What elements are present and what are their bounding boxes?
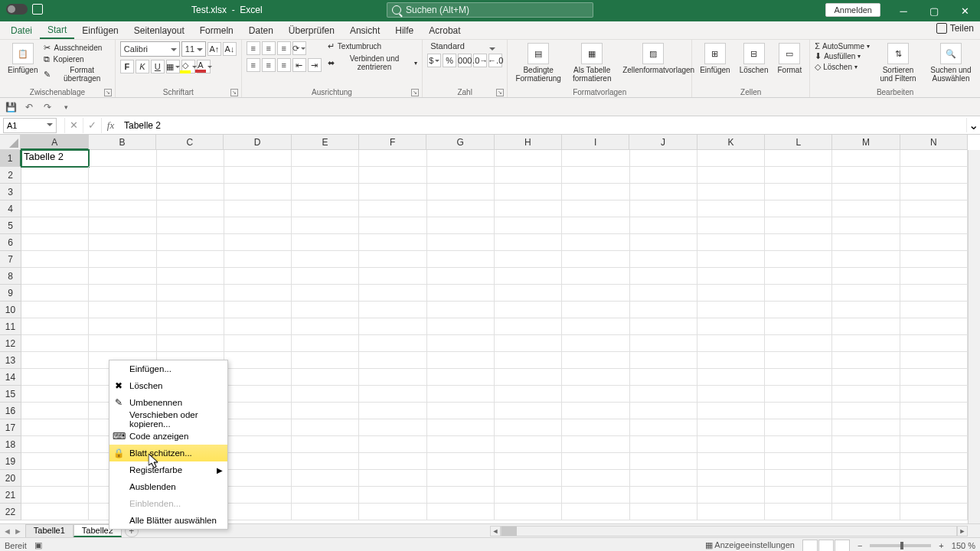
cell-L9[interactable]	[765, 285, 832, 302]
cell-K10[interactable]	[697, 302, 765, 318]
cell-F12[interactable]	[359, 335, 426, 352]
cell-C2[interactable]	[157, 167, 224, 184]
cell-K20[interactable]	[697, 470, 765, 487]
column-header-E[interactable]: E	[292, 135, 359, 150]
font-size-combo[interactable]: 11	[181, 41, 206, 57]
align-center-button[interactable]: ≡	[262, 58, 276, 72]
cell-B8[interactable]	[89, 268, 156, 285]
tab-help[interactable]: Hilfe	[387, 21, 421, 39]
cell-N9[interactable]	[900, 285, 968, 302]
cell-H20[interactable]	[495, 470, 562, 487]
conditional-formatting-button[interactable]: ▤Bedingte Formatierung	[512, 41, 564, 84]
cell-G14[interactable]	[427, 369, 495, 386]
italic-button[interactable]: K	[136, 60, 149, 73]
cell-N2[interactable]	[900, 167, 968, 184]
cell-N21[interactable]	[900, 487, 968, 504]
cell-K13[interactable]	[697, 352, 765, 369]
cell-N17[interactable]	[900, 419, 968, 436]
cell-J2[interactable]	[630, 167, 697, 184]
cell-M18[interactable]	[832, 436, 900, 453]
cell-N15[interactable]	[900, 386, 968, 403]
cell-N6[interactable]	[900, 234, 968, 251]
autosum-button[interactable]: ΣAutoSumme▾	[815, 41, 870, 51]
column-header-L[interactable]: L	[765, 135, 832, 150]
cell-J4[interactable]	[630, 201, 697, 217]
column-header-H[interactable]: H	[495, 135, 562, 150]
cell-K22[interactable]	[697, 504, 765, 520]
cell-H4[interactable]	[495, 201, 562, 217]
cell-N22[interactable]	[900, 504, 968, 520]
cell-J20[interactable]	[630, 470, 697, 487]
cell-G3[interactable]	[427, 184, 495, 201]
qat-customize-button[interactable]: ▾	[58, 99, 74, 115]
cell-E15[interactable]	[292, 386, 359, 403]
cell-F15[interactable]	[359, 386, 426, 403]
cell-D10[interactable]	[224, 302, 292, 318]
cell-K18[interactable]	[697, 436, 765, 453]
cell-K2[interactable]	[697, 167, 765, 184]
cell-K17[interactable]	[697, 419, 765, 436]
cell-D19[interactable]	[224, 453, 292, 470]
cell-E21[interactable]	[292, 487, 359, 504]
cell-E17[interactable]	[292, 419, 359, 436]
font-color-button[interactable]: A	[197, 60, 211, 73]
cell-H8[interactable]	[495, 268, 562, 285]
cell-I1[interactable]	[562, 150, 629, 167]
cell-A7[interactable]	[21, 251, 89, 268]
cell-C4[interactable]	[157, 201, 224, 217]
cell-H11[interactable]	[495, 318, 562, 335]
expand-formula-bar-button[interactable]: ⌄	[966, 118, 980, 132]
row-header-19[interactable]: 19	[0, 453, 21, 470]
cell-B2[interactable]	[89, 167, 156, 184]
cell-K8[interactable]	[697, 268, 765, 285]
cell-F19[interactable]	[359, 453, 426, 470]
column-header-G[interactable]: G	[426, 135, 494, 150]
autosave-toggle[interactable]	[6, 4, 28, 15]
cell-H7[interactable]	[495, 251, 562, 268]
cell-E4[interactable]	[292, 201, 359, 217]
cell-L19[interactable]	[765, 453, 832, 470]
cell-A15[interactable]	[21, 386, 89, 403]
cell-I22[interactable]	[562, 504, 629, 520]
increase-indent-button[interactable]: ⇥	[308, 58, 322, 72]
cell-A18[interactable]	[21, 436, 89, 453]
cell-E5[interactable]	[292, 217, 359, 234]
cell-N14[interactable]	[900, 369, 968, 386]
row-header-17[interactable]: 17	[0, 419, 21, 436]
merge-center-button[interactable]: ⬌Verbinden und zentrieren▾	[328, 54, 417, 71]
cell-D5[interactable]	[224, 217, 292, 234]
macro-record-icon[interactable]: ▣	[34, 540, 42, 550]
cell-F7[interactable]	[359, 251, 426, 268]
cell-N19[interactable]	[900, 453, 968, 470]
cell-H12[interactable]	[495, 335, 562, 352]
cell-L13[interactable]	[765, 352, 832, 369]
cell-K19[interactable]	[697, 453, 765, 470]
cell-I5[interactable]	[562, 217, 629, 234]
format-painter-button[interactable]: ✎Format übertragen	[44, 66, 109, 83]
cell-H15[interactable]	[495, 386, 562, 403]
cell-F2[interactable]	[359, 167, 426, 184]
cell-H1[interactable]	[495, 150, 562, 167]
row-header-18[interactable]: 18	[0, 436, 21, 453]
tab-data[interactable]: Daten	[241, 21, 281, 39]
cell-G17[interactable]	[427, 419, 495, 436]
cell-B1[interactable]	[89, 150, 156, 167]
cell-F4[interactable]	[359, 201, 426, 217]
cell-K4[interactable]	[697, 201, 765, 217]
column-header-F[interactable]: F	[359, 135, 426, 150]
cell-I15[interactable]	[562, 386, 629, 403]
context-item-code-anzeigen[interactable]: ⌨Code anzeigen	[109, 428, 227, 445]
column-header-A[interactable]: A	[21, 135, 88, 150]
vertical-scrollbar[interactable]	[968, 150, 980, 523]
context-item-registerfarbe[interactable]: Registerfarbe▶	[109, 461, 227, 478]
cell-M8[interactable]	[832, 268, 900, 285]
column-header-C[interactable]: C	[156, 135, 224, 150]
login-button[interactable]: Anmelden	[825, 3, 880, 17]
cancel-formula-button[interactable]: ✕	[64, 118, 83, 133]
cell-C3[interactable]	[157, 184, 224, 201]
cell-A5[interactable]	[21, 217, 89, 234]
cell-N5[interactable]	[900, 217, 968, 234]
cell-F8[interactable]	[359, 268, 426, 285]
cell-D13[interactable]	[224, 352, 292, 369]
cell-F5[interactable]	[359, 217, 426, 234]
